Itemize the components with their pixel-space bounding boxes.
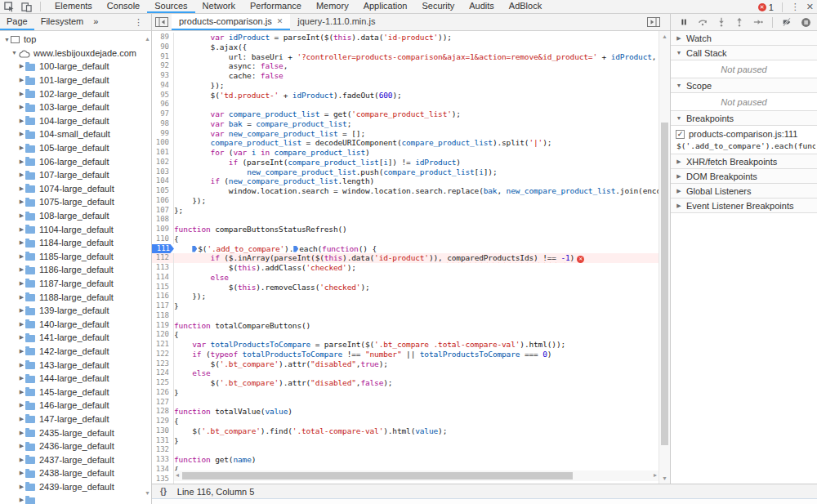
tab-application[interactable]: Application xyxy=(356,0,415,13)
line-number[interactable]: 120 xyxy=(152,330,174,340)
line-number[interactable]: 114 xyxy=(152,273,174,283)
chevron-down-icon[interactable]: ▼ xyxy=(11,50,18,56)
tree-item-folder[interactable]: ▶144-large_default xyxy=(0,372,151,386)
section-header-dom-breakpoints[interactable]: ▶DOM Breakpoints xyxy=(671,169,817,184)
tree-item-folder[interactable]: ▶104-small_default xyxy=(0,127,151,141)
line-number[interactable]: 112 xyxy=(152,253,174,263)
step-into-icon[interactable] xyxy=(717,17,726,27)
code-line[interactable]: 124 else xyxy=(152,368,659,378)
code-line[interactable]: 115 $(this).removeClass('checked'); xyxy=(152,283,659,292)
line-number[interactable]: 122 xyxy=(152,350,174,359)
line-number[interactable]: 91 xyxy=(152,52,174,62)
chevron-right-icon[interactable]: ▶ xyxy=(18,253,25,260)
scroll-up-icon[interactable]: ▲ xyxy=(662,33,667,39)
line-number[interactable]: 134 xyxy=(152,465,174,475)
scroll-right-icon[interactable]: ▸ xyxy=(654,471,657,479)
tree-item-folder[interactable]: ▶2436-large_default xyxy=(0,439,151,453)
line-number[interactable]: 90 xyxy=(152,42,174,52)
tree-item-folder[interactable]: ▶1075-large_default xyxy=(0,195,151,209)
chevron-right-icon[interactable]: ▶ xyxy=(676,158,682,165)
code-line[interactable]: 92 async: false, xyxy=(152,61,659,71)
tree-item-folder[interactable]: ▶141-large_default xyxy=(0,331,151,345)
tree-item-folder[interactable]: ▶147-large_default xyxy=(0,413,151,426)
line-number[interactable]: 94 xyxy=(152,81,174,91)
chevron-right-icon[interactable]: ▶ xyxy=(18,226,25,233)
breakpoint-entry[interactable]: ✓products-comparison.js:111$('.add_to_co… xyxy=(671,126,817,154)
tree-item-folder[interactable]: ▶143-large_default xyxy=(0,358,151,372)
navigator-scrollbar[interactable]: ▲ ▼ xyxy=(143,33,150,502)
line-number[interactable]: 101 xyxy=(152,148,174,158)
tree-item-folder[interactable]: ▶105-large_default xyxy=(0,141,151,155)
code-line[interactable]: 113 $(this).addClass('checked'); xyxy=(152,263,659,273)
line-number[interactable]: 115 xyxy=(152,283,174,292)
tree-item-folder[interactable]: ▶1186-large_default xyxy=(0,263,151,277)
tree-item-folder[interactable]: ▶1188-large_default xyxy=(0,290,151,304)
chevron-right-icon[interactable]: ▶ xyxy=(18,334,25,341)
tab-memory[interactable]: Memory xyxy=(309,0,356,13)
code-line[interactable]: 109function compareButtonsStatusRefresh(… xyxy=(152,225,659,234)
tree-item-folder[interactable]: ▶140-large_default xyxy=(0,317,151,331)
chevron-right-icon[interactable]: ▶ xyxy=(18,145,25,151)
tree-item-host[interactable]: ▼www.lesbijouxdejade.com xyxy=(0,47,151,60)
tree-item-folder[interactable]: ▶142-large_default xyxy=(0,345,151,359)
tree-item-folder[interactable]: ▶1074-large_default xyxy=(0,182,151,196)
tree-item-folder[interactable]: ▶104-large_default xyxy=(0,114,151,128)
code-line[interactable]: 97 var compare_product_list = get('compa… xyxy=(152,109,659,119)
chevron-right-icon[interactable]: ▶ xyxy=(18,375,25,381)
chevron-double-icon[interactable]: » xyxy=(90,14,101,30)
code-line[interactable]: 107}; xyxy=(152,206,659,216)
tree-item-frame[interactable]: ▼top xyxy=(0,33,151,47)
chevron-right-icon[interactable]: ▶ xyxy=(18,484,25,490)
close-tab-icon[interactable]: ✕ xyxy=(277,17,283,25)
tab-sources[interactable]: Sources xyxy=(147,0,194,13)
line-number[interactable]: 96 xyxy=(152,100,174,109)
step-icon[interactable] xyxy=(752,17,764,27)
pause-on-exceptions-icon[interactable] xyxy=(801,17,811,28)
navigator-resizer[interactable] xyxy=(151,14,152,504)
line-number[interactable]: 127 xyxy=(152,398,174,408)
file-tab-jquery-1-11-0-min-js[interactable]: jquery-1.11.0.min.js xyxy=(290,14,382,30)
tab-console[interactable]: Console xyxy=(100,0,147,13)
line-number[interactable]: 118 xyxy=(152,311,174,321)
scrollbar-thumb[interactable] xyxy=(182,472,573,479)
chevron-right-icon[interactable]: ▶ xyxy=(676,173,682,180)
overflow-menu-icon[interactable]: ⋮ xyxy=(791,2,800,12)
code-line[interactable]: 117} xyxy=(152,301,659,311)
chevron-right-icon[interactable]: ▶ xyxy=(676,188,682,194)
editor-vertical-scrollbar[interactable]: ▲ ▼ xyxy=(659,31,670,484)
code-line[interactable]: 110{ xyxy=(152,234,659,244)
line-number[interactable]: 113 xyxy=(152,263,174,273)
line-number[interactable]: 121 xyxy=(152,340,174,350)
tab-security[interactable]: Security xyxy=(414,0,462,13)
pretty-print-icon[interactable]: {} xyxy=(160,487,167,496)
tree-item-folder[interactable]: ▶103-large_default xyxy=(0,100,151,114)
error-icon[interactable]: ✕ xyxy=(577,256,584,263)
tree-item-folder[interactable]: ▶108-large_default xyxy=(0,209,151,223)
code-line[interactable]: 125 $('.bt_compare').attr("disabled",fal… xyxy=(152,378,659,388)
line-number[interactable]: 104 xyxy=(152,176,174,186)
code-line[interactable]: 98 var bak = compare_product_list; xyxy=(152,119,659,129)
line-number[interactable]: 109 xyxy=(152,225,174,234)
code-line[interactable]: 106 }); xyxy=(152,196,659,206)
code-line[interactable]: 103 new_compare_product_list.push(compar… xyxy=(152,167,659,177)
code-line[interactable]: 129{ xyxy=(152,417,659,426)
line-number[interactable]: 124 xyxy=(152,368,174,378)
code-line[interactable]: 114 else xyxy=(152,273,659,283)
line-number[interactable]: 100 xyxy=(152,138,174,148)
chevron-right-icon[interactable]: ▶ xyxy=(18,416,25,422)
chevron-right-icon[interactable]: ▶ xyxy=(18,348,25,355)
tree-item-folder[interactable]: ▶146-large_default xyxy=(0,399,151,413)
code-editor[interactable]: 89 var idProduct = parseInt($(this).data… xyxy=(152,31,659,484)
code-line[interactable]: 132 xyxy=(152,445,659,455)
step-over-icon[interactable] xyxy=(697,17,708,27)
file-tab-products-comparison-js[interactable]: products-comparison.js✕ xyxy=(172,14,290,30)
line-number[interactable]: 93 xyxy=(152,71,174,81)
code-line[interactable]: 90 $.ajax({ xyxy=(152,42,659,52)
code-line[interactable]: 95 $('td.product-' + idProduct).fadeOut(… xyxy=(152,91,659,100)
tree-item-folder[interactable]: ▶2437-large_default xyxy=(0,453,151,466)
line-number[interactable]: 128 xyxy=(152,407,174,417)
code-line[interactable]: 116 }); xyxy=(152,292,659,301)
code-line[interactable]: 120{ xyxy=(152,330,659,340)
tree-item-folder[interactable]: ▶1185-large_default xyxy=(0,250,151,264)
code-line[interactable]: 112 if ($.inArray(parseInt($(this).data(… xyxy=(152,253,659,263)
